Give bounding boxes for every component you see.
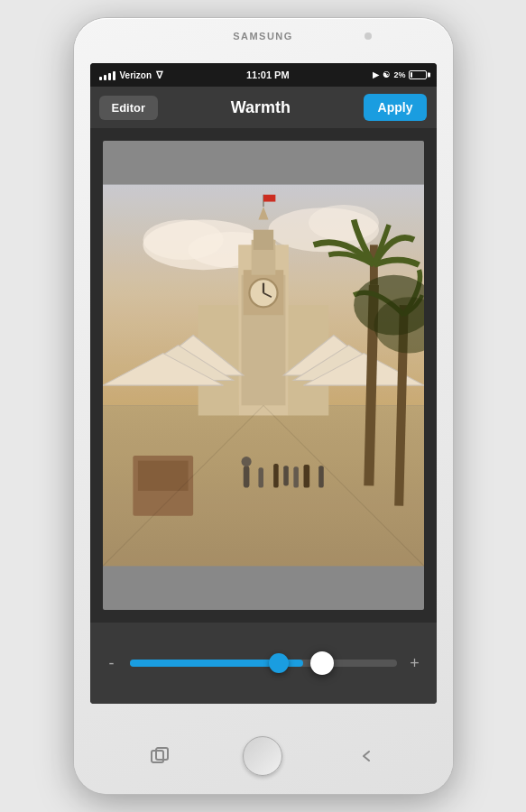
signal-bars <box>99 69 115 80</box>
device: SAMSUNG Verizon ∇ 11:01 PM <box>74 18 453 794</box>
signal-bar-2 <box>104 75 106 80</box>
signal-bar-4 <box>113 71 115 80</box>
carrier-label: Verizon <box>120 70 152 80</box>
photo-container <box>103 141 424 610</box>
photo-area <box>90 128 437 623</box>
apply-button[interactable]: Apply <box>364 94 428 121</box>
recent-apps-button[interactable] <box>143 740 176 772</box>
home-button[interactable] <box>243 736 282 776</box>
slider-plus-label: + <box>408 654 422 673</box>
wifi-icon: ∇ <box>156 69 162 81</box>
signal-bar-1 <box>99 77 102 80</box>
svg-rect-45 <box>156 748 168 760</box>
svg-rect-43 <box>103 185 424 567</box>
slider-minus-label: - <box>105 654 119 673</box>
signal-bar-3 <box>108 73 111 80</box>
photo-image <box>103 141 424 610</box>
bluetooth-icon: ☯ <box>383 70 390 79</box>
bottom-bar <box>74 736 453 776</box>
editor-back-button[interactable]: Editor <box>99 96 159 120</box>
brand-label: SAMSUNG <box>233 31 293 42</box>
slider-thumb-blue[interactable] <box>269 653 289 673</box>
status-bar: Verizon ∇ 11:01 PM ▶ ☯ 2% <box>90 63 437 87</box>
status-left: Verizon ∇ <box>99 69 163 81</box>
battery-icon <box>409 70 427 79</box>
svg-rect-44 <box>152 751 163 762</box>
status-right: ▶ ☯ 2% <box>373 70 427 79</box>
page-title: Warmth <box>231 98 291 117</box>
device-body: SAMSUNG Verizon ∇ 11:01 PM <box>74 18 453 794</box>
battery-fill <box>411 72 412 78</box>
slider-track[interactable] <box>130 651 397 676</box>
battery-percent: 2% <box>393 70 405 79</box>
back-button[interactable] <box>350 740 383 772</box>
screen: Verizon ∇ 11:01 PM ▶ ☯ 2% Editor Warmth … <box>90 63 437 704</box>
warmth-controls: - + <box>90 623 437 704</box>
status-time: 11:01 PM <box>246 69 290 80</box>
app-header: Editor Warmth Apply <box>90 87 437 128</box>
camera-dot <box>365 32 372 40</box>
location-icon: ▶ <box>373 70 379 79</box>
slider-thumb-white[interactable] <box>310 651 334 675</box>
